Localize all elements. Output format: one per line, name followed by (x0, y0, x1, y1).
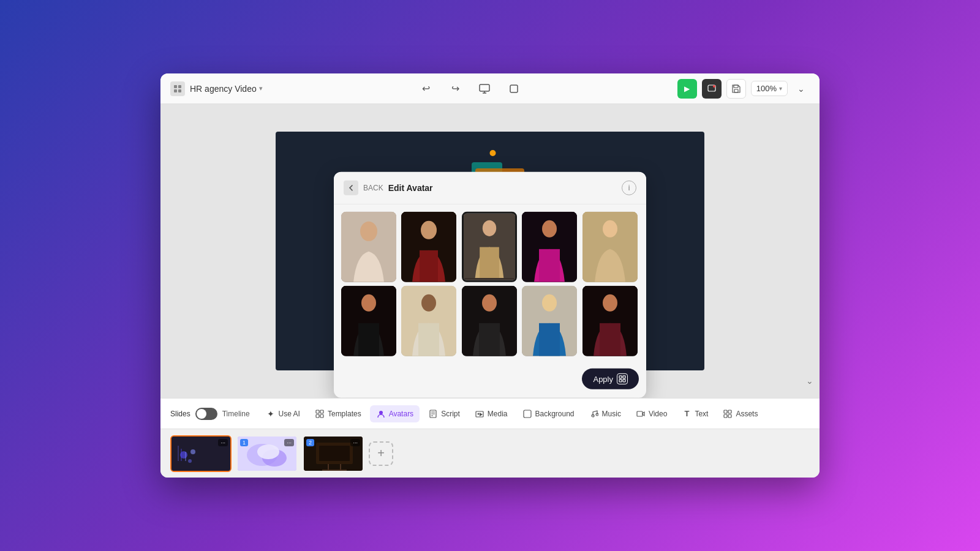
avatar-card-8[interactable] (462, 286, 517, 356)
script-icon (428, 409, 438, 419)
avatar-card-7[interactable] (401, 286, 456, 356)
back-label: BACK (363, 184, 383, 192)
svg-rect-62 (728, 414, 731, 418)
main-area: BACK Edit Avatar i (160, 104, 820, 478)
avatar-card-1[interactable] (341, 212, 396, 282)
slide-badge-1: ··· (218, 439, 228, 446)
toolbar-item-video[interactable]: Video (630, 405, 673, 422)
svg-rect-7 (510, 85, 518, 92)
toolbar-item-script[interactable]: Script (422, 405, 466, 422)
modal-title: Edit Avatar (388, 183, 433, 193)
svg-point-21 (542, 220, 557, 238)
title-bar: HR agency Video ▾ ↩ ↪ ▶ (160, 73, 820, 104)
toolbar-item-use-ai[interactable]: ✦ Use AI (260, 405, 306, 422)
more-options-button[interactable]: ⌄ (793, 80, 810, 97)
toolbar-item-assets[interactable]: Assets (717, 405, 764, 422)
svg-rect-68 (185, 452, 186, 461)
toolbar-item-music[interactable]: Music (583, 405, 627, 422)
slide-thumbnail-3[interactable]: 2 ··· (303, 435, 364, 472)
title-left: HR agency Video ▾ (170, 81, 263, 96)
svg-point-24 (603, 220, 617, 238)
svg-rect-10 (734, 89, 738, 92)
zoom-control[interactable]: 100% ▾ (751, 81, 788, 96)
avatar-card-6[interactable] (341, 286, 396, 356)
svg-rect-55 (524, 410, 531, 418)
slide-num-2: 1 (240, 439, 248, 446)
apply-button[interactable]: Apply (582, 369, 639, 389)
music-label: Music (602, 410, 621, 418)
title-dropdown-icon[interactable]: ▾ (259, 84, 263, 92)
svg-rect-45 (320, 410, 323, 413)
title-right-controls: ▶ 100% ▾ ⌄ (677, 79, 810, 99)
apply-btn-container: Apply (334, 364, 646, 398)
avatar-card-2[interactable] (401, 212, 456, 282)
toolbar-item-background[interactable]: Background (516, 405, 581, 422)
toolbar-item-avatars[interactable]: Avatars (370, 405, 420, 422)
project-title[interactable]: HR agency Video ▾ (190, 84, 263, 94)
svg-point-26 (361, 294, 376, 312)
canvas-area: BACK Edit Avatar i (160, 104, 820, 398)
avatar-card-3[interactable] (462, 212, 517, 282)
panel-collapse-button[interactable]: ⌄ (806, 376, 813, 386)
svg-rect-27 (358, 323, 379, 356)
templates-label: Templates (328, 410, 361, 418)
canvas-decoration-dot (490, 150, 496, 156)
toolbar-item-templates[interactable]: Templates (309, 405, 368, 422)
slide-strip: ··· 1 ··· (160, 429, 820, 478)
svg-point-54 (477, 413, 479, 414)
svg-point-18 (483, 220, 496, 236)
info-icon[interactable]: i (622, 181, 636, 195)
modal-header: BACK Edit Avatar i (334, 172, 646, 204)
background-icon (522, 409, 532, 419)
apply-label: Apply (593, 374, 613, 383)
avatars-icon (376, 409, 386, 419)
square-button[interactable] (504, 79, 524, 99)
add-slide-button[interactable]: + (369, 441, 393, 466)
svg-rect-0 (174, 85, 177, 88)
app-icon (170, 81, 185, 96)
svg-rect-16 (420, 250, 438, 282)
svg-rect-59 (724, 410, 727, 413)
svg-point-65 (190, 449, 195, 454)
svg-rect-2 (174, 89, 177, 92)
svg-rect-39 (600, 323, 620, 356)
redo-button[interactable]: ↪ (445, 79, 465, 99)
svg-point-48 (379, 411, 383, 414)
slides-timeline-toggle[interactable] (195, 408, 217, 420)
back-button[interactable] (344, 181, 358, 195)
slide-thumbnail-1[interactable]: ··· (170, 435, 232, 472)
svg-rect-41 (623, 376, 625, 378)
undo-button[interactable]: ↩ (416, 79, 435, 99)
avatar-card-4[interactable] (522, 212, 577, 282)
zoom-chevron-icon: ▾ (779, 85, 782, 92)
svg-rect-22 (539, 249, 560, 282)
svg-rect-69 (178, 446, 179, 461)
avatar-card-9[interactable] (522, 286, 577, 356)
slide-thumbnail-2[interactable]: 1 ··· (236, 435, 298, 472)
svg-rect-40 (619, 376, 622, 378)
export-button[interactable] (702, 79, 722, 99)
avatar-card-10[interactable] (582, 286, 638, 356)
toolbar-item-text[interactable]: T Text (676, 405, 714, 422)
svg-rect-3 (178, 89, 181, 92)
play-button[interactable]: ▶ (677, 79, 697, 99)
slide-badge-2: ··· (284, 439, 294, 446)
svg-rect-76 (319, 446, 350, 461)
svg-rect-60 (728, 410, 731, 413)
modal-header-left: BACK Edit Avatar (344, 181, 433, 195)
svg-rect-19 (480, 247, 499, 278)
svg-rect-61 (724, 414, 727, 418)
slide-badge-3: ··· (350, 439, 360, 446)
avatar-card-5[interactable] (582, 212, 638, 282)
video-label: Video (649, 410, 667, 418)
background-label: Background (535, 410, 575, 418)
svg-rect-11 (734, 85, 738, 88)
bottom-toolbar: Slides Timeline ✦ Use AI Template (160, 398, 820, 429)
slides-label: Slides (170, 410, 190, 418)
save-button[interactable] (726, 79, 746, 99)
assets-label: Assets (736, 410, 758, 418)
monitor-button[interactable] (475, 79, 494, 99)
use-ai-icon: ✦ (266, 409, 276, 419)
toolbar-item-media[interactable]: Media (469, 405, 514, 422)
svg-rect-30 (418, 323, 439, 356)
